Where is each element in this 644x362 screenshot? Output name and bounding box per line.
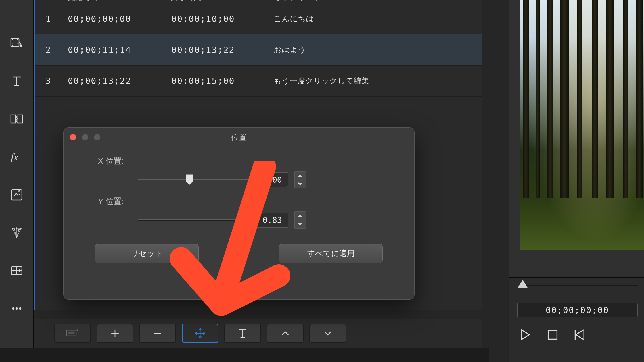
svg-point-9	[16, 228, 17, 229]
row-start-time[interactable]: 00;00;13;22	[61, 76, 164, 86]
row-subtitle-text[interactable]: こんにちは	[268, 14, 482, 24]
apply-all-button[interactable]: すべてに適用	[279, 244, 383, 263]
y-position-label: Y 位置:	[98, 196, 397, 207]
outer-bottom-strip	[0, 348, 489, 362]
prev-frame-button[interactable]	[572, 327, 588, 343]
row-end-time[interactable]: 00;00;13;22	[164, 45, 268, 55]
dialog-titlebar[interactable]: 位置	[64, 128, 414, 147]
x-position-value[interactable]: 0.00	[256, 172, 288, 187]
position-dialog: 位置 X 位置: 0.00 Y 位置: 0.83	[63, 127, 415, 300]
font-button[interactable]	[224, 324, 261, 343]
play-button[interactable]	[517, 327, 533, 343]
subtitle-room-icon[interactable]	[8, 262, 25, 279]
svg-point-19	[19, 308, 21, 309]
more-icon[interactable]	[8, 300, 25, 317]
overlay-icon[interactable]: *	[8, 186, 25, 203]
subtitle-row[interactable]: 1 00;00;00;00 00;00;10;00 こんにちは	[35, 3, 482, 34]
keyboard-button	[54, 324, 91, 343]
x-step-down[interactable]	[295, 180, 306, 188]
y-position-value[interactable]: 0.83	[256, 213, 288, 228]
transport-controls	[517, 327, 588, 343]
subtitle-row[interactable]: 3 00;00;13;22 00;00;15;00 もう一度クリックして編集	[35, 66, 482, 97]
reset-button[interactable]: リセット	[95, 244, 199, 263]
row-index: 1	[35, 14, 61, 24]
row-start-time[interactable]: 00;00;00;00	[61, 14, 164, 24]
window-traffic-lights	[70, 134, 100, 140]
svg-rect-2	[11, 115, 16, 123]
subtitle-table-header: 開始時間 終了時間 字幕テキスト	[35, 0, 482, 3]
zoom-slider-track[interactable]	[520, 285, 638, 286]
svg-point-8	[20, 228, 21, 229]
header-end: 終了時間	[164, 0, 268, 3]
preview-pane	[509, 0, 644, 277]
subtitle-bottom-toolbar	[34, 319, 482, 348]
x-position-slider[interactable]	[138, 179, 250, 180]
svg-text:fx: fx	[11, 152, 18, 162]
svg-rect-30	[548, 330, 557, 339]
move-up-button[interactable]	[267, 324, 304, 343]
x-slider-thumb[interactable]	[186, 174, 193, 185]
svg-rect-5	[12, 190, 22, 200]
x-position-label: X 位置:	[98, 156, 397, 167]
dialog-title: 位置	[231, 132, 247, 143]
svg-point-17	[12, 308, 14, 309]
y-position-slider[interactable]	[138, 219, 250, 221]
y-step-up[interactable]	[295, 212, 306, 220]
row-end-time[interactable]: 00;00;10;00	[164, 14, 268, 24]
header-start: 開始時間	[61, 0, 164, 3]
move-down-button[interactable]	[309, 324, 346, 343]
svg-rect-20	[67, 330, 76, 336]
y-position-stepper	[294, 211, 306, 229]
particle-icon[interactable]	[8, 224, 25, 241]
zoom-slider-thumb[interactable]	[518, 280, 528, 288]
row-index: 2	[35, 45, 61, 55]
row-subtitle-text[interactable]: もう一度クリックして編集	[268, 76, 482, 86]
svg-point-10	[14, 229, 15, 230]
svg-rect-3	[18, 115, 22, 123]
transition-icon[interactable]	[8, 110, 25, 128]
media-icon[interactable]	[8, 34, 25, 52]
row-index: 3	[35, 76, 61, 86]
close-window-button[interactable]	[70, 134, 76, 140]
svg-point-18	[16, 308, 18, 309]
add-subtitle-button[interactable]	[97, 324, 133, 343]
y-step-down[interactable]	[295, 220, 306, 228]
svg-point-1	[20, 45, 22, 47]
position-button[interactable]	[182, 324, 218, 343]
maximize-window-button[interactable]	[94, 134, 100, 140]
text-icon[interactable]	[8, 72, 25, 90]
row-subtitle-text[interactable]: おはよう	[268, 45, 482, 55]
x-step-up[interactable]	[295, 172, 306, 180]
svg-point-11	[19, 229, 20, 230]
minimize-window-button[interactable]	[82, 134, 88, 140]
row-start-time[interactable]: 00;00;11;14	[61, 45, 164, 55]
preview-timecode[interactable]: 00;00;00;00	[517, 303, 638, 317]
svg-point-7	[12, 228, 13, 229]
row-end-time[interactable]: 00;00;15;00	[164, 76, 268, 86]
subtitle-row[interactable]: 2 00;00;11;14 00;00;13;22 おはよう	[35, 34, 482, 66]
fx-icon[interactable]: fx	[8, 148, 25, 165]
header-text: 字幕テキスト	[268, 0, 482, 3]
left-sidebar: fx *	[0, 0, 34, 348]
x-position-stepper	[294, 171, 306, 188]
preview-controls: 00;00;00;00	[509, 277, 644, 362]
preview-frame[interactable]	[520, 0, 644, 250]
stop-button[interactable]	[545, 327, 561, 343]
svg-text:*: *	[18, 189, 20, 195]
remove-subtitle-button[interactable]	[139, 324, 176, 343]
